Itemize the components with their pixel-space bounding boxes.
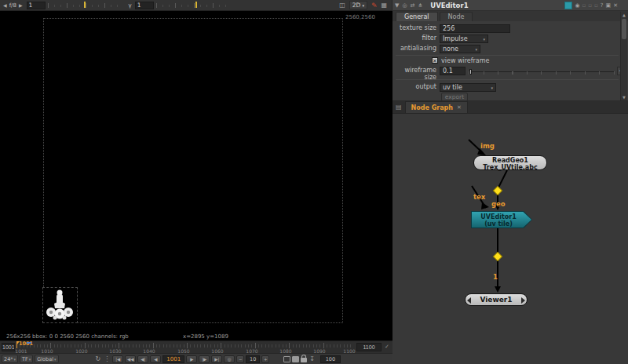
viewer-viewport[interactable]: 2560,2560	[0, 11, 392, 333]
range-end-field[interactable]	[356, 343, 382, 351]
gain-field[interactable]	[27, 2, 46, 9]
view-mode-select[interactable]: 2D ▾	[349, 1, 367, 9]
scroll-up-icon[interactable]: ▲	[621, 13, 627, 17]
node-uveditor1-name: UVEditor1	[472, 213, 525, 220]
lock-icon[interactable]	[301, 358, 307, 362]
goto-end-button[interactable]: ▶|	[211, 355, 222, 363]
uv-shell-thumbnail	[43, 288, 77, 322]
transport-menu-icon[interactable]: ⋮	[103, 355, 111, 362]
divider	[396, 55, 619, 56]
wireframe-size-slider[interactable]	[469, 69, 615, 75]
wire-diamond-icon[interactable]	[493, 252, 502, 260]
properties-tabs: General Node	[392, 11, 628, 21]
tab-node[interactable]: Node	[440, 12, 473, 21]
output-select[interactable]: uv tile ▾	[440, 83, 496, 92]
wireframe-toggle-icon[interactable]: ▦	[381, 2, 387, 9]
playback-speed-field[interactable]: 100	[320, 355, 341, 363]
node-title: UVEditor1	[430, 2, 468, 9]
properties-panel: ▼ ◎ ⇄ ⋔ UVEditor1 ◉ ▫ ▫ ▫ ? ▣ ✕ General	[392, 0, 628, 101]
decrement-button[interactable]: −	[236, 355, 244, 363]
export-button[interactable]: export	[441, 93, 468, 101]
image-info-label: 256x256 bbox: 0 0 2560 2560 channels: rg…	[6, 333, 129, 340]
close-icon[interactable]: ✕	[613, 2, 618, 9]
input-fork-icon[interactable]: ⋔	[418, 2, 422, 9]
panel-toggle-icon[interactable]	[283, 356, 290, 362]
timecode-mode-select[interactable]: TF▾	[20, 355, 33, 363]
fps-mode-select[interactable]: 24*▾	[2, 355, 18, 363]
loop-icon[interactable]: ↻	[95, 355, 102, 362]
gamma-slider[interactable]	[156, 2, 232, 9]
gamma-field[interactable]	[135, 2, 154, 9]
view-wireframe-checkbox[interactable]: ✕	[432, 57, 438, 64]
swap-icon[interactable]: ⇄	[411, 2, 415, 9]
wireframe-size-field[interactable]	[440, 67, 466, 75]
node-graph-canvas[interactable]: img ReadGeo1 Trex_UVtile.abc tex geo UVE…	[392, 114, 628, 364]
node-wires	[392, 114, 628, 364]
node-uveditor1[interactable]: UVEditor1 (uv tile)	[471, 211, 532, 228]
panel-toggle-filled-icon[interactable]	[292, 356, 299, 362]
filter-icon[interactable]: ▼	[395, 2, 399, 9]
goto-start-button[interactable]: |◀	[112, 355, 123, 363]
flipbook-icon[interactable]: ↧	[309, 355, 316, 362]
gain-prev-button[interactable]: ◀	[2, 2, 9, 8]
properties-scrollbar[interactable]: ▲ ▼	[620, 12, 627, 100]
node-readgeo1[interactable]: ReadGeo1 Trex_UVtile.abc	[473, 155, 547, 170]
chevron-down-icon: ▾	[475, 47, 477, 52]
gain-slider[interactable]	[48, 2, 123, 9]
tab-general[interactable]: General	[396, 12, 438, 21]
antialiasing-select[interactable]: none ▾	[440, 45, 480, 53]
filter-value: Impulse	[443, 35, 468, 42]
step-back-button[interactable]: ◀|	[137, 355, 148, 363]
chevron-down-icon: ▾	[29, 357, 31, 362]
step-forward-button[interactable]: |▶	[199, 355, 210, 363]
tab-node-graph[interactable]: Node Graph ✕	[405, 101, 468, 113]
gamma-slider-handle[interactable]	[195, 2, 197, 8]
panel-menu-icon[interactable]: ▤	[396, 104, 402, 111]
node-readgeo1-file: Trex_UVtile.abc	[474, 164, 546, 171]
img-input-label: img	[480, 142, 495, 150]
frame-increment-field[interactable]: 10	[246, 355, 260, 363]
scrollbar-thumb[interactable]	[622, 19, 626, 39]
viewer-input-number-label: 1	[493, 273, 498, 281]
node-viewer1[interactable]: Viewer1	[465, 293, 528, 306]
gain-slider-handle[interactable]	[84, 2, 86, 8]
float-panel-icon[interactable]: ▣	[606, 2, 612, 9]
prev-keyframe-button[interactable]: ◀◀	[125, 355, 136, 363]
node-color-swatch[interactable]	[564, 2, 572, 9]
scroll-down-icon[interactable]: ▼	[621, 95, 627, 100]
frame-range-mode-select[interactable]: Global▾	[35, 355, 58, 363]
nuke-window: ◀ f/8 ▶ γ ◫ 2D ▾ ✎ ▦ 2560,2560	[0, 0, 628, 364]
gamma-label: γ	[128, 2, 133, 9]
current-frame-field[interactable]: 1001	[162, 355, 184, 363]
play-button[interactable]: ▶	[186, 355, 197, 363]
close-icon[interactable]: ✕	[457, 104, 462, 111]
roi-pencil-icon[interactable]: ✎	[371, 2, 378, 9]
gain-next-button[interactable]: ▶	[17, 2, 24, 8]
viewer-panel-icon[interactable]: ◫	[339, 2, 345, 9]
loop-mode-button[interactable]: ◎	[224, 355, 235, 363]
node-uveditor1-mode: (uv tile)	[472, 220, 525, 228]
dim-icon: ▫	[582, 2, 586, 9]
wire-diamond-icon[interactable]	[493, 186, 502, 195]
wireframe-size-slider-handle[interactable]	[469, 69, 472, 75]
help-icon[interactable]: ?	[601, 2, 604, 9]
geo-input-label: geo	[491, 200, 506, 208]
divider	[396, 79, 619, 80]
filter-select[interactable]: Impulse ▾	[440, 35, 488, 43]
clock-icon[interactable]: ◎	[402, 2, 407, 9]
play-backward-button[interactable]: ◀	[150, 355, 161, 363]
timeline-track[interactable]: 1001 1001 1010 1020 1030 1040 1050 1060 …	[16, 341, 354, 354]
increment-button[interactable]: +	[261, 355, 269, 363]
antialiasing-value: none	[443, 46, 458, 53]
viewer-toolbar: ◀ f/8 ▶ γ ◫ 2D ▾ ✎ ▦	[0, 0, 392, 11]
range-lock-icon[interactable]: ✓	[385, 344, 389, 350]
viewer-status-bar: 256x256 bbox: 0 0 2560 2560 channels: rg…	[0, 333, 392, 340]
range-start-field[interactable]	[2, 343, 15, 351]
texture-size-field[interactable]	[440, 24, 510, 33]
timecode-mode-value: TF	[22, 356, 28, 362]
cache-indicator	[27, 342, 31, 344]
timeline-ruler[interactable]: 1001 1001 1010 1020 1030 1040 1050 1060 …	[0, 340, 392, 353]
uv-format-bounds	[43, 18, 343, 323]
screen-icon[interactable]: ◉	[575, 2, 579, 9]
output-label: output	[392, 83, 436, 90]
